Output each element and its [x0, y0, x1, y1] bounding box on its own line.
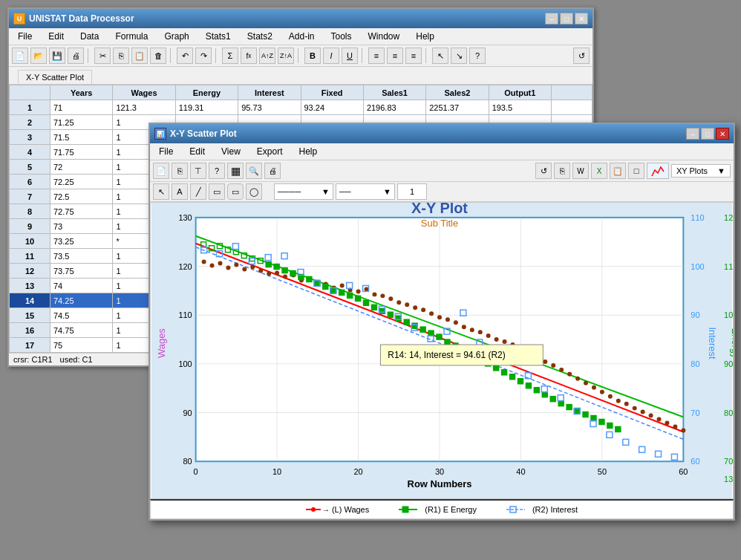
col-header-energy[interactable]: Energy — [175, 85, 238, 100]
tb-save[interactable]: 💾 — [49, 48, 65, 64]
sct-tb-copy1[interactable]: ⎘ — [554, 163, 570, 179]
tb-cut[interactable]: ✂ — [94, 48, 111, 64]
sct-tb-refresh[interactable]: ↺ — [535, 163, 552, 179]
row-number-cell[interactable]: 3 — [10, 130, 50, 145]
col-header-years[interactable]: Years — [50, 85, 113, 100]
col-header-output1[interactable]: Output1 — [489, 85, 551, 100]
row-number-cell[interactable]: 2 — [10, 115, 50, 130]
scatter-menu-export[interactable]: Export — [252, 145, 287, 158]
sct-tb-btn4[interactable]: ? — [209, 163, 225, 179]
data-cell[interactable]: 193.5 — [489, 100, 551, 115]
data-cell[interactable]: 72.5 — [50, 189, 113, 204]
col-header-sales1[interactable]: Sales1 — [363, 85, 425, 100]
tool-ellipse[interactable]: ◯ — [246, 183, 262, 200]
tb-new[interactable]: 📄 — [12, 48, 28, 64]
data-cell[interactable]: 119.31 — [175, 100, 238, 115]
scatter-maximize-button[interactable]: □ — [701, 128, 714, 140]
row-number-cell[interactable]: 1 — [10, 100, 50, 115]
line-thickness-selector[interactable]: ── ▼ — [336, 183, 395, 200]
row-number-cell[interactable]: 4 — [10, 145, 50, 160]
data-cell[interactable]: 95.73 — [238, 100, 301, 115]
tb-help[interactable]: ? — [469, 48, 486, 64]
sct-tb-excel[interactable]: X — [591, 163, 607, 179]
tb-undo[interactable]: ↶ — [177, 48, 193, 64]
tb-fx[interactable]: fx — [241, 48, 257, 64]
line-width-input[interactable]: 1 — [397, 183, 427, 200]
data-cell[interactable]: 75 — [50, 338, 113, 353]
data-cell[interactable]: 71 — [50, 100, 113, 115]
data-cell[interactable]: 73.5 — [50, 249, 113, 264]
sct-tb-extra2[interactable]: □ — [628, 163, 644, 179]
data-cell[interactable]: 73.75 — [50, 264, 113, 279]
row-number-cell[interactable]: 11 — [10, 249, 50, 264]
col-header-sales2[interactable]: Sales2 — [426, 85, 489, 100]
tb-open[interactable]: 📂 — [30, 48, 47, 64]
data-cell[interactable]: 72 — [50, 160, 113, 175]
row-number-cell[interactable]: 8 — [10, 204, 50, 219]
sct-tb-chart-icon[interactable] — [647, 163, 669, 179]
sct-tb-btn5[interactable]: ▦ — [227, 163, 244, 179]
scatter-close-button[interactable]: ✕ — [716, 128, 729, 140]
menu-formula[interactable]: Formula — [111, 30, 152, 43]
col-header-fixed[interactable]: Fixed — [301, 85, 363, 100]
menu-window[interactable]: Window — [364, 30, 405, 43]
tb-arrow-right[interactable]: ↘ — [451, 48, 467, 64]
sct-tb-w[interactable]: W — [572, 163, 589, 179]
tb-underline[interactable]: U — [342, 48, 358, 64]
row-number-cell[interactable]: 12 — [10, 264, 50, 279]
tb-refresh[interactable]: ↺ — [573, 48, 590, 64]
tb-sort-az[interactable]: A↑Z — [259, 48, 275, 64]
data-cell[interactable]: 73 — [50, 219, 113, 234]
sct-tb-btn3[interactable]: ⊤ — [190, 163, 206, 179]
line-style-selector[interactable]: ──── ▼ — [274, 183, 333, 200]
tb-print[interactable]: 🖨 — [68, 48, 84, 64]
tool-text[interactable]: A — [172, 183, 188, 200]
sct-tb-extra1[interactable]: 📋 — [610, 163, 626, 179]
menu-graph[interactable]: Graph — [160, 30, 193, 43]
sct-tb-zoom[interactable]: 🔍 — [246, 163, 262, 179]
row-number-cell[interactable]: 17 — [10, 338, 50, 353]
tool-rect[interactable]: ▭ — [209, 183, 225, 200]
menu-help[interactable]: Help — [411, 30, 439, 43]
menu-tools[interactable]: Tools — [327, 30, 356, 43]
sct-tb-btn1[interactable]: 📄 — [153, 163, 169, 179]
main-minimize-button[interactable]: – — [545, 13, 558, 25]
tb-italic[interactable]: I — [323, 48, 339, 64]
data-cell[interactable]: 74.25 — [50, 293, 113, 308]
row-number-cell[interactable]: 16 — [10, 323, 50, 338]
data-cell[interactable]: 74.5 — [50, 308, 113, 323]
data-cell[interactable]: 71.5 — [50, 130, 113, 145]
col-header-wages[interactable]: Wages — [113, 85, 175, 100]
data-cell[interactable]: 73.25 — [50, 234, 113, 249]
scatter-menu-edit[interactable]: Edit — [185, 145, 209, 158]
scatter-minimize-button[interactable]: – — [686, 128, 699, 140]
tb-paste[interactable]: 📋 — [131, 48, 148, 64]
sct-tb-btn2[interactable]: ⎘ — [172, 163, 188, 179]
row-number-cell[interactable]: 15 — [10, 308, 50, 323]
data-cell[interactable] — [552, 100, 593, 115]
tb-align-center[interactable]: ≡ — [387, 48, 403, 64]
tb-align-left[interactable]: ≡ — [368, 48, 385, 64]
data-cell[interactable]: 71.25 — [50, 115, 113, 130]
data-cell[interactable]: 93.24 — [301, 100, 363, 115]
tool-select[interactable]: ↖ — [153, 183, 169, 200]
row-number-cell[interactable]: 9 — [10, 219, 50, 234]
tb-sum[interactable]: Σ — [222, 48, 238, 64]
row-number-cell[interactable]: 13 — [10, 279, 50, 293]
scatter-menu-view[interactable]: View — [217, 145, 245, 158]
row-number-cell[interactable]: 5 — [10, 160, 50, 175]
menu-data[interactable]: Data — [76, 30, 103, 43]
tb-redo[interactable]: ↷ — [195, 48, 212, 64]
main-close-button[interactable]: ✕ — [575, 13, 588, 25]
data-cell[interactable]: 71.75 — [50, 145, 113, 160]
sct-tb-print[interactable]: 🖨 — [264, 163, 281, 179]
tb-copy[interactable]: ⎘ — [113, 48, 129, 64]
data-cell[interactable]: 2251.37 — [426, 100, 489, 115]
tool-line[interactable]: ╱ — [190, 183, 206, 200]
menu-addin[interactable]: Add-in — [284, 30, 319, 43]
tb-bold[interactable]: B — [304, 48, 321, 64]
tb-arrow-left[interactable]: ↖ — [432, 48, 448, 64]
col-header-interest[interactable]: Interest — [238, 85, 301, 100]
data-cell[interactable]: 74.75 — [50, 323, 113, 338]
menu-stats2[interactable]: Stats2 — [243, 30, 277, 43]
